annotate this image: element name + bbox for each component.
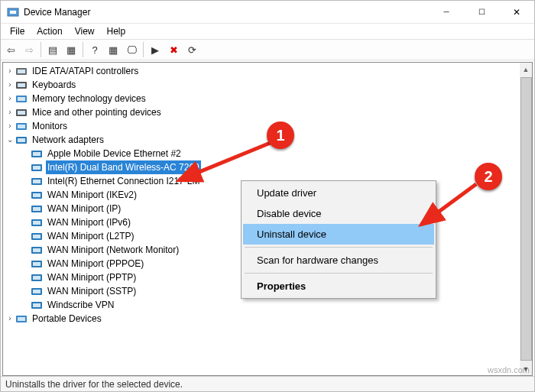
svg-rect-19 [33, 180, 41, 183]
twisty-spacer: › [20, 243, 31, 257]
svg-rect-23 [33, 207, 41, 211]
annotation-callout-1: 1 [267, 121, 294, 149]
show-hidden-icon[interactable]: ▤ [44, 41, 61, 58]
mon-icon [15, 120, 28, 132]
context-menu-item[interactable]: Properties [243, 276, 434, 296]
net-icon [15, 134, 28, 146]
device-label[interactable]: Apple Mobile Device Ethernet #2 [46, 147, 183, 160]
menu-view[interactable]: View [69, 24, 101, 38]
svg-rect-33 [33, 276, 41, 280]
device-label[interactable]: WAN Miniport (SSTP) [46, 284, 138, 298]
device-label[interactable]: Monitors [31, 119, 69, 133]
net-icon [31, 147, 43, 160]
enable-icon[interactable]: ▶ [147, 41, 164, 58]
device-category[interactable]: ›Mice and other pointing devices [5, 105, 532, 119]
twisty-spacer: › [20, 271, 31, 284]
context-menu: Update driverDisable deviceUninstall dev… [241, 180, 436, 299]
refresh-icon[interactable]: ⟳ [183, 41, 200, 58]
delete-icon[interactable]: ✖ [165, 41, 182, 58]
device-label[interactable]: WAN Miniport (IP) [46, 202, 122, 215]
device-label[interactable]: WAN Miniport (L2TP) [46, 229, 136, 243]
device-label[interactable]: WAN Miniport (PPPOE) [46, 257, 145, 271]
context-menu-item[interactable]: Update driver [243, 183, 434, 203]
device-label[interactable]: Windscribe VPN [46, 298, 115, 312]
menu-file[interactable]: File [4, 24, 31, 38]
svg-rect-15 [33, 152, 41, 156]
toolbar: ⇦⇨▤▦?▦🖵▶✖⟳ [1, 39, 534, 60]
device-category[interactable]: ›Keyboards [5, 78, 532, 92]
scan-icon[interactable]: 🖵 [123, 41, 140, 58]
mem-icon [15, 92, 28, 105]
svg-rect-27 [33, 235, 41, 238]
net-icon [31, 175, 43, 187]
device-category[interactable]: ›IDE ATA/ATAPI controllers [5, 64, 532, 78]
twisty-spacer: › [20, 188, 31, 202]
port-icon [15, 313, 28, 325]
net-icon [31, 189, 43, 201]
menu-help[interactable]: Help [101, 24, 132, 38]
device-label[interactable]: WAN Miniport (IKEv2) [46, 188, 138, 202]
toolbar-separator [83, 42, 83, 57]
device-category[interactable]: ›Memory technology devices [5, 92, 532, 105]
device-category[interactable]: ›Portable Devices [5, 312, 532, 326]
twisty-spacer: › [20, 147, 31, 160]
vertical-scrollbar[interactable]: ▲ ▼ [520, 62, 533, 376]
twisty-spacer: › [20, 215, 31, 229]
device-label[interactable]: Portable Devices [31, 312, 103, 326]
svg-rect-1 [10, 11, 16, 14]
forward-icon[interactable]: ⇨ [21, 41, 37, 58]
expand-icon[interactable]: › [5, 92, 15, 105]
expand-icon[interactable]: › [5, 119, 15, 133]
device-label[interactable]: Intel(R) Ethernet Connection I217-LM [46, 174, 201, 188]
device-label[interactable]: Intel(R) Dual Band Wireless-AC 7260 [46, 160, 201, 174]
device-label[interactable]: Mice and other pointing devices [31, 105, 163, 119]
context-menu-item[interactable]: Uninstall device [243, 224, 434, 245]
watermark: wsxdn.com [488, 365, 530, 374]
net-icon [31, 216, 43, 228]
device-label[interactable]: Keyboards [31, 78, 77, 92]
expand-icon[interactable]: › [5, 105, 15, 119]
twisty-spacer: › [20, 284, 31, 298]
device-label[interactable]: IDE ATA/ATAPI controllers [31, 64, 140, 78]
svg-rect-35 [33, 290, 41, 293]
svg-rect-13 [18, 138, 25, 142]
status-text: Uninstalls the driver for the selected d… [5, 379, 183, 390]
twisty-spacer: › [20, 202, 31, 215]
net-icon [31, 161, 43, 173]
expand-icon[interactable]: › [5, 312, 15, 326]
device-label[interactable]: Network adapters [31, 133, 105, 147]
svg-rect-5 [18, 83, 25, 87]
net-icon [31, 230, 43, 242]
collapse-icon[interactable]: ⌄ [5, 133, 15, 147]
device-label[interactable]: WAN Miniport (PPTP) [46, 271, 138, 284]
twisty-spacer: › [20, 174, 31, 188]
back-icon[interactable]: ⇦ [2, 41, 19, 58]
svg-rect-37 [33, 303, 41, 307]
device-item[interactable]: ›Windscribe VPN [20, 298, 532, 312]
device-label[interactable]: WAN Miniport (IPv6) [46, 215, 132, 229]
help-icon[interactable]: ? [86, 41, 103, 58]
props-icon[interactable]: ▦ [105, 41, 122, 58]
context-menu-separator [245, 273, 433, 274]
annotation-callout-2: 2 [475, 163, 502, 190]
svg-rect-7 [18, 97, 25, 101]
svg-rect-17 [33, 166, 41, 170]
scroll-up-icon[interactable]: ▲ [520, 63, 532, 76]
twisty-spacer: › [20, 257, 31, 271]
device-label[interactable]: Memory technology devices [31, 92, 148, 105]
svg-rect-31 [33, 262, 41, 266]
device-item[interactable]: ›Intel(R) Dual Band Wireless-AC 7260 [20, 160, 532, 174]
context-menu-item[interactable]: Scan for hardware changes [243, 250, 434, 271]
minimize-button[interactable] [429, 1, 464, 23]
device-item[interactable]: ›Apple Mobile Device Ethernet #2 [20, 147, 532, 160]
menu-action[interactable]: Action [31, 24, 68, 38]
close-button[interactable] [499, 1, 534, 23]
context-menu-item[interactable]: Disable device [243, 203, 434, 224]
expand-icon[interactable]: › [5, 78, 15, 92]
scroll-thumb[interactable] [520, 77, 532, 361]
maximize-button[interactable] [464, 1, 499, 23]
view-icon[interactable]: ▦ [63, 41, 79, 58]
window-controls [429, 1, 534, 23]
device-label[interactable]: WAN Miniport (Network Monitor) [46, 243, 180, 257]
expand-icon[interactable]: › [5, 64, 15, 78]
